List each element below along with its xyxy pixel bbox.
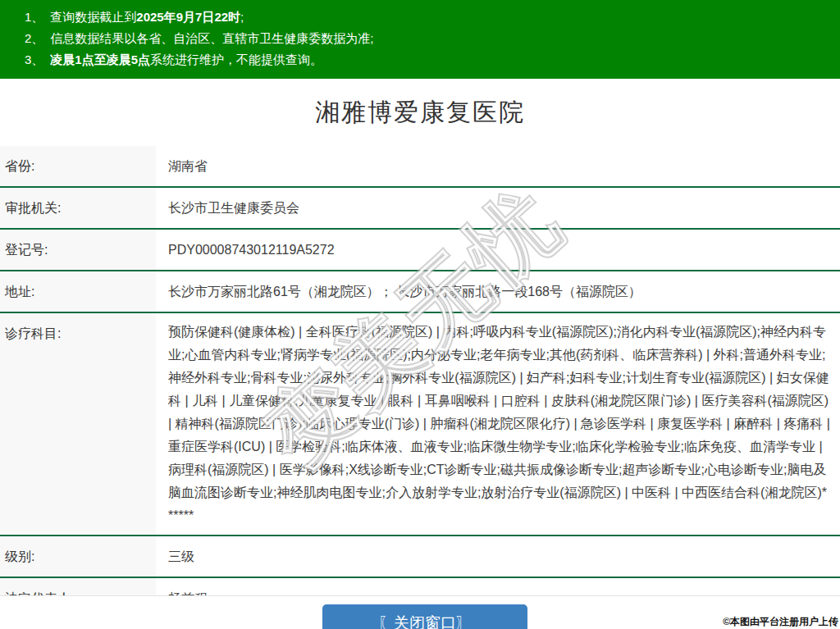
- notice-line-1: 1、查询数据截止到2025年9月7日22时;: [25, 7, 832, 28]
- footer-bar: 〖关闭窗口〗 ©本图由平台注册用户上传: [0, 595, 840, 629]
- page-title: 湘雅博爱康复医院: [0, 79, 840, 146]
- row-value: 长沙市卫生健康委员会: [156, 188, 840, 228]
- table-row-address: 地址: 长沙市万家丽北路61号（湘龙院区）； 长沙市万家丽北路一段168号（福源…: [0, 271, 840, 313]
- notice-text-bold: 2025年9月7日22时: [136, 10, 240, 24]
- notice-text: 信息数据结果以各省、自治区、直辖市卫生健康委数据为准;: [50, 31, 373, 45]
- row-label: 审批机关:: [0, 188, 156, 228]
- table-row-registration-number: 登记号: PDY00008743012119A5272: [0, 230, 840, 271]
- row-value: 长沙市万家丽北路61号（湘龙院区）； 长沙市万家丽北路一段168号（福源院区）: [156, 271, 840, 312]
- row-value: 三级: [156, 536, 840, 577]
- notice-number: 2、: [25, 31, 43, 45]
- notice-text: ;: [240, 10, 244, 24]
- row-value: 预防保健科(健康体检) | 全科医疗科(福源院区) | 内科;呼吸内科专业(福源…: [156, 313, 840, 535]
- notice-line-3: 3、凌晨1点至凌晨5点系统进行维护，不能提供查询。: [25, 49, 832, 71]
- hospital-info-table: 省份: 湖南省 审批机关: 长沙市卫生健康委员会 登记号: PDY0000874…: [0, 146, 840, 620]
- notice-text-bold: 凌晨1点至凌晨5点: [50, 52, 150, 66]
- upload-copyright-note: ©本图由平台注册用户上传: [723, 615, 838, 629]
- row-value: PDY00008743012119A5272: [156, 230, 840, 270]
- notice-banner: 1、查询数据截止到2025年9月7日22时; 2、信息数据结果以各省、自治区、直…: [0, 0, 840, 79]
- row-label: 地址:: [0, 271, 156, 312]
- notice-number: 3、: [25, 52, 43, 66]
- table-row-approval-authority: 审批机关: 长沙市卫生健康委员会: [0, 188, 840, 230]
- notice-line-2: 2、信息数据结果以各省、自治区、直辖市卫生健康委数据为准;: [25, 28, 832, 49]
- row-label: 级别:: [0, 536, 156, 577]
- row-label: 省份:: [0, 146, 156, 186]
- table-row-medical-departments: 诊疗科目: 预防保健科(健康体检) | 全科医疗科(福源院区) | 内科;呼吸内…: [0, 313, 840, 536]
- table-row-province: 省份: 湖南省: [0, 146, 840, 188]
- row-value: 湖南省: [156, 146, 840, 186]
- notice-text: 查询数据截止到: [50, 10, 136, 24]
- notice-text: 系统进行维护，不能提供查询。: [150, 52, 322, 66]
- table-row-level: 级别: 三级: [0, 536, 840, 578]
- notice-number: 1、: [25, 10, 43, 24]
- hospital-query-result-page: 1、查询数据截止到2025年9月7日22时; 2、信息数据结果以各省、自治区、直…: [0, 0, 840, 629]
- row-label: 登记号:: [0, 230, 156, 270]
- close-window-button[interactable]: 〖关闭窗口〗: [322, 604, 527, 629]
- row-label: 诊疗科目:: [0, 313, 156, 535]
